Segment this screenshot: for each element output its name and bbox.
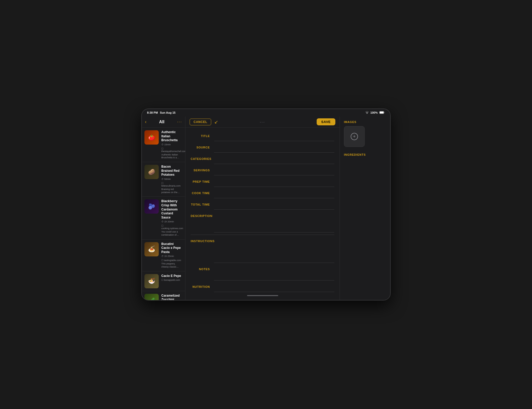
- recipe-source: ☐ cooking.nytimes.com: [161, 224, 183, 230]
- description-input[interactable]: [214, 212, 334, 233]
- source-label: SOURCE: [191, 143, 214, 149]
- recipe-time: ⏱ 1h 20min: [161, 220, 174, 223]
- notes-input[interactable]: [214, 265, 334, 281]
- recipe-item[interactable]: 🫐 Blackberry Crisp With Cardamom Custard…: [142, 197, 185, 239]
- recipe-thumbnail: 🍅: [144, 130, 159, 145]
- cancel-button[interactable]: CANCEL: [190, 119, 211, 125]
- main-content: CANCEL ↙ ··· SAVE TITLE SOURCE: [185, 116, 340, 300]
- recipe-emoji: 🍜: [144, 274, 159, 288]
- add-image-icon: +: [351, 133, 358, 140]
- recipe-item[interactable]: 🍝 Bucatini Cacio e Pepe Pasta ⏱ 1h 25min…: [142, 240, 185, 271]
- source-row: SOURCE: [191, 143, 334, 153]
- notes-row: NOTES: [191, 265, 334, 281]
- instructions-label: INSTRUCTIONS: [191, 237, 214, 243]
- sort-icon[interactable]: ↙: [214, 119, 218, 125]
- recipe-thumbnail: 🍜: [144, 274, 159, 288]
- recipe-info: Caramelized Zucchini Pasta ⏱ 50min ☐ coo…: [161, 294, 183, 300]
- description-row: DESCRIPTION: [191, 212, 334, 233]
- total-time-label: TOTAL TIME: [191, 200, 214, 206]
- cook-time-label: COOK TIME: [191, 189, 214, 195]
- recipe-list: 🍅 Authentic Italian Bruschetta ⏱ 15min ☐…: [142, 128, 185, 300]
- recipe-thumbnail: 🍝: [144, 242, 159, 256]
- battery-level: 100%: [370, 111, 378, 114]
- recipe-source: ☐ leitesculinaria.com: [161, 182, 183, 187]
- sidebar-title: All: [159, 120, 164, 124]
- right-panel: IMAGES + INGREDIENTS: [340, 116, 390, 300]
- sidebar-more-button[interactable]: ···: [177, 120, 182, 124]
- recipe-desc: Braising red potatoes on the stovetop pr…: [161, 188, 183, 194]
- cook-time-row: COOK TIME: [191, 189, 334, 198]
- recipe-emoji: 🫐: [144, 199, 159, 214]
- center-dots: ···: [260, 120, 265, 124]
- prep-time-input[interactable]: [214, 178, 334, 187]
- svg-rect-1: [380, 111, 384, 113]
- servings-label: SERVINGS: [191, 166, 214, 172]
- recipe-thumbnail: 🫐: [144, 199, 159, 214]
- device-frame: 8:38 PM Sun Aug 15 100%: [141, 108, 391, 301]
- recipe-meta: ⏱ 1h 25min ☐ tastingtable.com: [161, 255, 183, 262]
- categories-input[interactable]: [214, 155, 334, 164]
- servings-row: SERVINGS: [191, 166, 334, 175]
- recipe-meta: ⏱ 15min ☐ thestayathomechef.com: [161, 143, 183, 153]
- categories-label: CATEGORIES: [191, 155, 214, 160]
- source-input[interactable]: [214, 143, 334, 153]
- status-bar-right: 100%: [365, 111, 385, 114]
- images-title: IMAGES: [344, 120, 386, 124]
- cook-time-input[interactable]: [214, 189, 334, 198]
- battery-icon: [379, 111, 385, 114]
- images-section: IMAGES +: [344, 120, 386, 147]
- time: 8:38 PM: [147, 111, 158, 114]
- recipe-meta: ⏱ 50min ☐ leitesculinaria.com: [161, 178, 183, 187]
- recipe-emoji: 🍝: [144, 242, 159, 256]
- total-time-input[interactable]: [214, 200, 334, 210]
- nutrition-row: NUTRITION: [191, 283, 334, 292]
- title-label: TITLE: [191, 132, 214, 138]
- recipe-meta: ☐ bonappetit.com: [161, 279, 183, 281]
- nutrition-label: NUTRITION: [191, 283, 214, 288]
- recipe-emoji: 🥔: [144, 165, 159, 179]
- title-input[interactable]: [214, 132, 334, 141]
- recipe-desc: You could use a combination of berries (…: [161, 230, 183, 236]
- recipe-emoji: 🍅: [144, 130, 159, 145]
- description-label: DESCRIPTION: [191, 212, 214, 217]
- recipe-item[interactable]: 🥔 Bacon Braised Red Potatoes ⏱ 50min ☐ l…: [142, 162, 185, 197]
- wifi-icon: [365, 111, 369, 114]
- servings-input[interactable]: [214, 166, 334, 175]
- instructions-row: INSTRUCTIONS: [191, 237, 334, 263]
- recipe-meta: ⏱ 1h 20min ☐ cooking.nytimes.com: [161, 220, 183, 230]
- recipe-info: Bacon Braised Red Potatoes ⏱ 50min ☐ lei…: [161, 165, 183, 194]
- recipe-name: Bacon Braised Red Potatoes: [161, 165, 183, 177]
- recipe-name: Cacio E Pepe: [161, 274, 183, 278]
- title-row: TITLE: [191, 132, 334, 141]
- recipe-item[interactable]: 🍅 Authentic Italian Bruschetta ⏱ 15min ☐…: [142, 128, 185, 162]
- categories-row: CATEGORIES: [191, 155, 334, 164]
- recipe-info: Authentic Italian Bruschetta ⏱ 15min ☐ t…: [161, 130, 183, 159]
- recipe-name: Blackberry Crisp With Cardamom Custard S…: [161, 199, 183, 220]
- ingredients-section: INGREDIENTS: [344, 153, 386, 159]
- form-scroll[interactable]: TITLE SOURCE CATEGORIES SERVINGS: [185, 128, 340, 300]
- sidebar: ‹ All ··· 🍅 Authentic Italian Bruschetta…: [142, 116, 185, 300]
- recipe-item[interactable]: 🥒 Caramelized Zucchini Pasta ⏱ 50min ☐ c…: [142, 291, 185, 300]
- recipe-source: ☐ bonappetit.com: [161, 279, 180, 281]
- notes-label: NOTES: [191, 265, 214, 271]
- recipe-source: ☐ thestayathomechef.com: [161, 147, 185, 153]
- recipe-desc: This peppery, cheesy classic pasta will …: [161, 262, 183, 268]
- recipe-info: Bucatini Cacio e Pepe Pasta ⏱ 1h 25min ☐…: [161, 242, 183, 269]
- recipe-emoji: 🥒: [144, 294, 159, 300]
- recipe-item[interactable]: 🍜 Cacio E Pepe ☐ bonappetit.com: [142, 271, 185, 291]
- recipe-time: ⏱ 50min: [161, 178, 171, 180]
- sidebar-header: ‹ All ···: [142, 116, 185, 128]
- save-button[interactable]: SAVE: [317, 118, 335, 125]
- back-button[interactable]: ‹: [145, 119, 147, 125]
- instructions-input[interactable]: [214, 237, 334, 263]
- ingredients-title: INGREDIENTS: [344, 153, 386, 156]
- date: Sun Aug 15: [160, 111, 176, 114]
- add-image-button[interactable]: +: [344, 126, 365, 147]
- recipe-name: Authentic Italian Bruschetta: [161, 130, 183, 142]
- recipe-name: Bucatini Cacio e Pepe Pasta: [161, 242, 183, 254]
- status-bar: 8:38 PM Sun Aug 15 100%: [142, 109, 390, 116]
- recipe-info: Cacio E Pepe ☐ bonappetit.com: [161, 274, 183, 288]
- divider-1: [191, 235, 334, 235]
- nutrition-input[interactable]: [214, 283, 334, 292]
- recipe-info: Blackberry Crisp With Cardamom Custard S…: [161, 199, 183, 236]
